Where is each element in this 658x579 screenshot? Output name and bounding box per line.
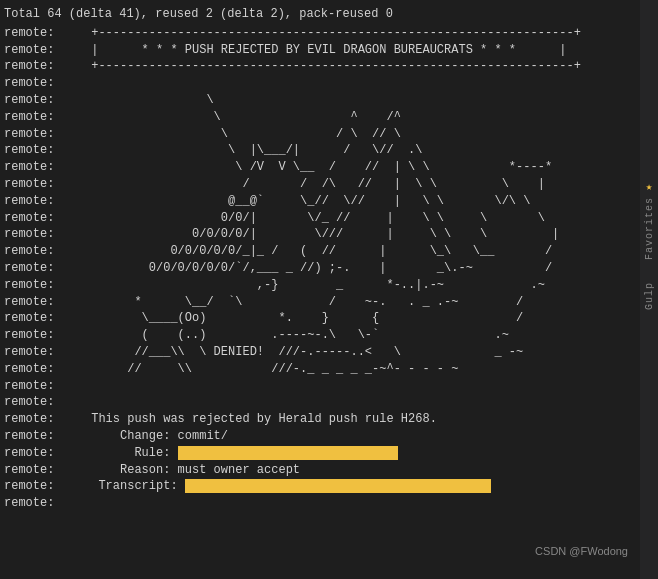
line-content: //___\\ \ DENIED! ///-.-----..< \ _ -~	[84, 344, 654, 361]
terminal-line: remote: \ ^ /^	[0, 109, 658, 126]
line-prefix: remote:	[4, 226, 84, 243]
line-content: 0/0/0/0/0/0/`/,___ _ //) ;-. | _\.-~ /	[84, 260, 654, 277]
line-content: Transcript:	[84, 478, 654, 495]
line-prefix: remote:	[4, 260, 84, 277]
line-content: \____(Oo) *. } { /	[84, 310, 654, 327]
terminal-line: remote:	[0, 394, 658, 411]
terminal-line: remote: ( (..) .----~-.\ \-` .~	[0, 327, 658, 344]
terminal-line: remote: 0/0/| \/_ // | \ \ \ \	[0, 210, 658, 227]
terminal-line: remote: \____(Oo) *. } { /	[0, 310, 658, 327]
line-prefix: remote:	[4, 210, 84, 227]
line-content: // \\ ///-._ _ _ _ _-~^- - - - ~	[84, 361, 654, 378]
terminal-line: remote: 0/0/0/0/0/_|_ / ( // | \_\ \__ /	[0, 243, 658, 260]
line-content: +---------------------------------------…	[84, 25, 654, 42]
terminal-line: remote: This push was rejected by Herald…	[0, 411, 658, 428]
line-prefix: remote:	[4, 42, 84, 59]
line-content	[84, 378, 654, 395]
line-prefix: remote:	[4, 294, 84, 311]
line-prefix: remote:	[4, 75, 84, 92]
favorites-label[interactable]: Favorites	[644, 197, 655, 260]
line-content: \ ^ /^	[84, 109, 654, 126]
line-prefix: remote:	[4, 361, 84, 378]
sidebar[interactable]: ★ Favorites Gulp	[640, 0, 658, 579]
terminal: Total 64 (delta 41), reused 2 (delta 2),…	[0, 0, 658, 516]
line-content	[84, 75, 654, 92]
terminal-line: remote: +-------------------------------…	[0, 58, 658, 75]
line-content: ( (..) .----~-.\ \-` .~	[84, 327, 654, 344]
line-content: 0/0/0/0/| \/// | \ \ \ |	[84, 226, 654, 243]
terminal-line: remote: Reason: must owner accept	[0, 462, 658, 479]
line-content: 0/0/| \/_ // | \ \ \ \	[84, 210, 654, 227]
line-content: 0/0/0/0/0/_|_ / ( // | \_\ \__ /	[84, 243, 654, 260]
line-content: * \__/ `\ / ~-. . _ .-~ /	[84, 294, 654, 311]
line-prefix: remote:	[4, 327, 84, 344]
line-prefix: remote:	[4, 92, 84, 109]
terminal-line: remote: 0/0/0/0/0/0/`/,___ _ //) ;-. | _…	[0, 260, 658, 277]
line-prefix: remote:	[4, 495, 84, 512]
line-content: ,-} _ *-..|.-~ .~	[84, 277, 654, 294]
terminal-line: remote: Change: commit/	[0, 428, 658, 445]
terminal-line: remote: | * * * PUSH REJECTED BY EVIL DR…	[0, 42, 658, 59]
line-prefix: remote:	[4, 25, 84, 42]
line-content: \ / \ // \	[84, 126, 654, 143]
terminal-line: remote: ,-} _ *-..|.-~ .~	[0, 277, 658, 294]
line-prefix: remote:	[4, 243, 84, 260]
line-content	[84, 394, 654, 411]
gulp-label[interactable]: Gulp	[644, 282, 655, 310]
terminal-line: remote:	[0, 75, 658, 92]
line-prefix: remote:	[4, 411, 84, 428]
line-content: This push was rejected by Herald push ru…	[84, 411, 654, 428]
terminal-line: remote: +-------------------------------…	[0, 25, 658, 42]
highlight-text	[185, 479, 491, 493]
line-content: @__@` \_// \// | \ \ \/\ \	[84, 193, 654, 210]
line-prefix: remote:	[4, 58, 84, 75]
line-prefix: remote:	[4, 378, 84, 395]
terminal-line: remote: 0/0/0/0/| \/// | \ \ \ |	[0, 226, 658, 243]
terminal-line: remote: \ |\___/| / \// .\	[0, 142, 658, 159]
star-icon: ★	[646, 180, 653, 193]
terminal-line: remote: //___\\ \ DENIED! ///-.-----..< …	[0, 344, 658, 361]
line-content: \	[84, 92, 654, 109]
line-content: | * * * PUSH REJECTED BY EVIL DRAGON BUR…	[84, 42, 654, 59]
line-prefix: remote:	[4, 428, 84, 445]
line-content: Reason: must owner accept	[84, 462, 654, 479]
line-prefix: remote:	[4, 193, 84, 210]
line-prefix: remote:	[4, 462, 84, 479]
terminal-line: remote: // \\ ///-._ _ _ _ _-~^- - - - ~	[0, 361, 658, 378]
line-content: Change: commit/	[84, 428, 654, 445]
terminal-line: remote:	[0, 378, 658, 395]
terminal-line: remote: \	[0, 92, 658, 109]
line-prefix: remote:	[4, 159, 84, 176]
line-prefix: remote:	[4, 344, 84, 361]
line-prefix: remote:	[4, 109, 84, 126]
line-content	[84, 495, 654, 512]
terminal-line: remote: Rule:	[0, 445, 658, 462]
top-info-line: Total 64 (delta 41), reused 2 (delta 2),…	[0, 4, 658, 25]
terminal-line: remote: * \__/ `\ / ~-. . _ .-~ /	[0, 294, 658, 311]
line-prefix: remote:	[4, 445, 84, 462]
watermark: CSDN @FWodong	[535, 545, 628, 557]
line-content: \ |\___/| / \// .\	[84, 142, 654, 159]
terminal-line: remote: / / /\ // | \ \ \ |	[0, 176, 658, 193]
line-prefix: remote:	[4, 478, 84, 495]
terminal-line: remote: Transcript:	[0, 478, 658, 495]
line-prefix: remote:	[4, 142, 84, 159]
terminal-line: remote:	[0, 495, 658, 512]
line-content: / / /\ // | \ \ \ |	[84, 176, 654, 193]
terminal-line: remote: \ / \ // \	[0, 126, 658, 143]
line-prefix: remote:	[4, 126, 84, 143]
line-prefix: remote:	[4, 277, 84, 294]
terminal-line: remote: \ /V V \__ / // | \ \ *----*	[0, 159, 658, 176]
line-prefix: remote:	[4, 176, 84, 193]
line-prefix: remote:	[4, 394, 84, 411]
line-content: Rule:	[84, 445, 654, 462]
highlight-text	[178, 446, 398, 460]
line-content: +---------------------------------------…	[84, 58, 654, 75]
terminal-line: remote: @__@` \_// \// | \ \ \/\ \	[0, 193, 658, 210]
line-content: \ /V V \__ / // | \ \ *----*	[84, 159, 654, 176]
line-prefix: remote:	[4, 310, 84, 327]
